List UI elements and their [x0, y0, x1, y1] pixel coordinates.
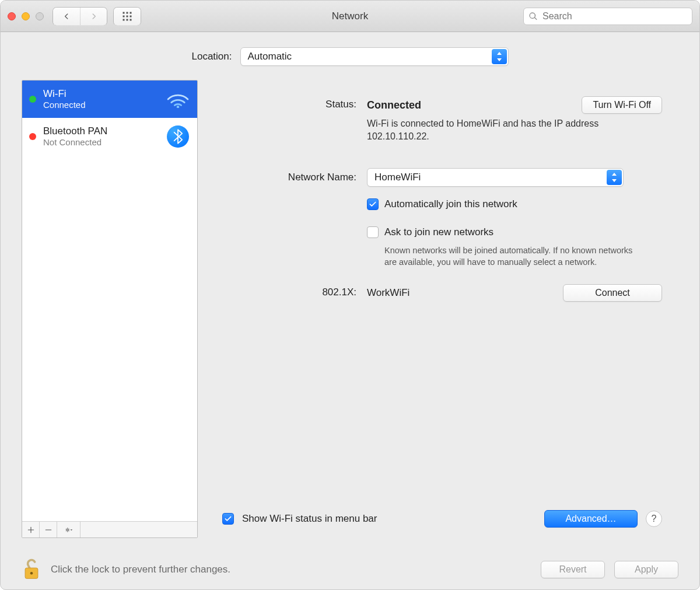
- status-dot-icon: [29, 133, 36, 140]
- service-item-bluetooth-pan[interactable]: Bluetooth PAN Not Connected: [22, 118, 197, 155]
- dot1x-value: WorkWiFi: [367, 287, 410, 299]
- popup-caret-icon: [492, 49, 507, 64]
- add-service-button[interactable]: [22, 522, 40, 537]
- location-popup[interactable]: Automatic: [240, 47, 509, 66]
- sidebar-footer: [22, 521, 197, 537]
- location-label: Location:: [192, 51, 232, 62]
- chevron-left-icon: [62, 12, 71, 20]
- dot1x-label: 802.1X:: [222, 274, 356, 298]
- network-prefs-window: Network Location: Automatic: [0, 0, 700, 590]
- location-value: Automatic: [248, 51, 292, 62]
- service-actions-menu[interactable]: [57, 522, 80, 537]
- service-name: Bluetooth PAN: [43, 125, 159, 137]
- ask-join-description: Known networks will be joined automatica…: [384, 245, 635, 268]
- window-controls: [8, 12, 44, 20]
- body: Location: Automatic Wi-Fi Connected: [1, 32, 699, 550]
- detail-pane: Status: Connected Turn Wi-Fi Off Wi-Fi i…: [211, 80, 678, 538]
- dot1x-connect-button[interactable]: Connect: [563, 284, 662, 302]
- services-sidebar: Wi-Fi Connected: [22, 80, 198, 538]
- forward-button[interactable]: [80, 8, 107, 25]
- service-status: Connected: [43, 100, 159, 110]
- lock-text: Click the lock to prevent further change…: [51, 564, 230, 575]
- service-item-wifi[interactable]: Wi-Fi Connected: [22, 81, 197, 118]
- network-name-popup[interactable]: HomeWiFi: [367, 168, 624, 187]
- help-button[interactable]: ?: [646, 511, 662, 527]
- columns: Wi-Fi Connected: [22, 80, 678, 538]
- minus-icon: [44, 526, 52, 534]
- close-window-button[interactable]: [8, 12, 16, 20]
- svg-point-9: [177, 105, 179, 107]
- svg-rect-4: [127, 15, 128, 17]
- svg-rect-8: [130, 19, 132, 20]
- location-row: Location: Automatic: [22, 47, 678, 66]
- apply-button[interactable]: Apply: [614, 561, 678, 578]
- show-menubar-label: Show Wi-Fi status in menu bar: [242, 513, 377, 525]
- ask-join-checkbox[interactable]: [367, 226, 379, 238]
- lock-open-icon: [22, 557, 41, 581]
- show-menubar-checkbox[interactable]: [222, 513, 234, 525]
- popup-caret-icon: [607, 170, 622, 185]
- auto-join-checkbox-row: Automatically join this network: [367, 198, 662, 210]
- minimize-window-button[interactable]: [22, 12, 30, 20]
- svg-rect-1: [127, 12, 128, 13]
- search-field[interactable]: [523, 8, 692, 25]
- lock-button[interactable]: [22, 557, 41, 582]
- status-label: Status:: [222, 96, 356, 110]
- remove-service-button[interactable]: [40, 522, 57, 537]
- svg-point-13: [30, 572, 33, 575]
- svg-point-10: [66, 529, 68, 530]
- chevron-right-icon: [90, 12, 98, 20]
- service-name: Wi-Fi: [43, 88, 159, 100]
- svg-rect-6: [123, 19, 125, 20]
- zoom-window-button: [36, 12, 44, 20]
- plus-icon: [27, 526, 35, 534]
- titlebar: Network: [1, 1, 699, 32]
- svg-rect-3: [123, 15, 125, 17]
- gear-icon: [65, 526, 73, 534]
- detail-footer: Show Wi-Fi status in menu bar Advanced… …: [222, 510, 662, 528]
- search-icon: [528, 12, 538, 21]
- status-value: Connected: [367, 99, 421, 111]
- auto-join-label: Automatically join this network: [384, 198, 517, 210]
- search-input[interactable]: [541, 11, 687, 22]
- ask-join-checkbox-row: Ask to join new networks: [367, 226, 662, 238]
- svg-rect-0: [123, 12, 125, 13]
- check-icon: [369, 200, 377, 208]
- network-name-value: HomeWiFi: [374, 172, 421, 183]
- svg-rect-2: [130, 12, 132, 13]
- status-description: Wi-Fi is connected to HomeWiFi and has t…: [367, 117, 624, 142]
- auto-join-checkbox[interactable]: [367, 198, 379, 210]
- ask-join-label: Ask to join new networks: [384, 226, 494, 238]
- grid-icon: [122, 11, 132, 22]
- advanced-button[interactable]: Advanced…: [544, 510, 638, 528]
- svg-rect-7: [127, 19, 128, 20]
- status-dot-icon: [29, 96, 36, 103]
- back-button[interactable]: [53, 8, 80, 25]
- svg-rect-5: [130, 15, 132, 17]
- bluetooth-icon: [166, 125, 190, 148]
- wifi-toggle-button[interactable]: Turn Wi-Fi Off: [582, 96, 662, 114]
- bottom-bar: Click the lock to prevent further change…: [1, 550, 699, 589]
- wifi-icon: [166, 90, 190, 108]
- check-icon: [224, 515, 232, 523]
- network-name-label: Network Name:: [222, 148, 356, 183]
- show-all-button[interactable]: [114, 8, 141, 25]
- revert-button[interactable]: Revert: [541, 561, 605, 578]
- nav-back-forward: [53, 8, 107, 25]
- services-list[interactable]: Wi-Fi Connected: [22, 81, 197, 521]
- service-status: Not Connected: [43, 137, 159, 147]
